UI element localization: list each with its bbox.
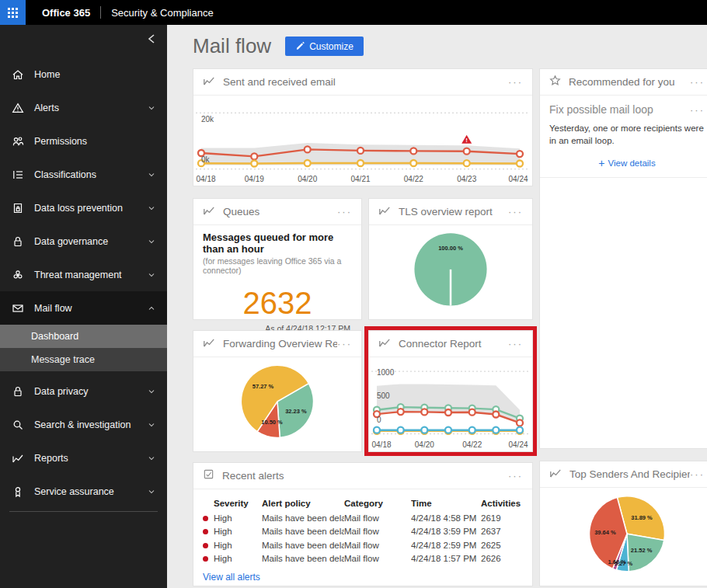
svg-text:04/18: 04/18 xyxy=(371,440,391,449)
queued-messages-count: 2632 xyxy=(193,286,361,321)
alert-row[interactable]: High Mails have been delay... Mail flow … xyxy=(193,511,532,525)
sidebar-item-data-loss-prevention[interactable]: Data loss prevention xyxy=(0,191,167,224)
svg-text:04/18: 04/18 xyxy=(196,175,215,183)
sidebar-item-data-governance[interactable]: Data governance xyxy=(0,224,167,258)
sidebar-item-label: Mail flow xyxy=(34,303,72,314)
sidebar-item-reports[interactable]: Reports xyxy=(0,441,167,475)
more-options-icon[interactable]: ··· xyxy=(508,339,523,349)
sidebar-item-label: Threat management xyxy=(34,270,122,280)
svg-text:1000: 1000 xyxy=(377,368,395,377)
more-options-icon[interactable]: ··· xyxy=(690,77,705,87)
svg-text:04/22: 04/22 xyxy=(404,175,423,183)
sidebar-item-permissions[interactable]: Permissions xyxy=(0,124,167,158)
column-header: Category xyxy=(344,499,411,508)
alert-row[interactable]: High Mails have been delay... Mail flow … xyxy=(193,525,532,539)
sidebar-item-label: Data privacy xyxy=(34,386,88,397)
sidebar-item-service-assurance[interactable]: Service assurance xyxy=(0,475,167,508)
svg-text:04/19: 04/19 xyxy=(245,175,264,183)
chevron-down-icon xyxy=(147,454,156,463)
checkbox-icon xyxy=(203,468,214,483)
more-options-icon[interactable]: ··· xyxy=(690,469,705,479)
search-icon xyxy=(11,419,25,431)
more-options-icon[interactable]: ··· xyxy=(690,105,705,115)
people-icon xyxy=(11,135,25,148)
line-chart-icon xyxy=(378,204,391,220)
line-chart-icon xyxy=(203,75,215,90)
svg-text:21.52 %: 21.52 % xyxy=(631,547,653,554)
app-launcher-icon[interactable] xyxy=(0,0,26,25)
card-queues: Queues ··· Messages queued for more than… xyxy=(193,198,362,320)
star-icon xyxy=(549,75,561,89)
forwarding-pie-chart[interactable]: 32.23 %10.50 %57.27 % xyxy=(193,357,361,451)
sidebar-divider xyxy=(9,511,158,512)
sidebar-item-label: Service assurance xyxy=(34,486,114,497)
card-sent-received-email: Sent and received email ··· 20k0k04/1804… xyxy=(193,68,533,186)
svg-text:32.23 %: 32.23 % xyxy=(285,408,307,415)
chevron-down-icon xyxy=(147,487,156,496)
more-options-icon[interactable]: ··· xyxy=(508,471,523,481)
sidebar-subitem-dashboard[interactable]: Dashboard xyxy=(0,325,167,348)
severity-dot xyxy=(203,543,208,548)
top-senders-pie-chart[interactable]: 31.89 %21.52 %5.27 %1.68 %39.64 % xyxy=(540,488,707,586)
line-chart-icon xyxy=(203,336,215,352)
sidebar-item-search-investigation[interactable]: Search & investigation xyxy=(0,408,167,441)
svg-text:04/23: 04/23 xyxy=(457,175,476,183)
svg-text:57.27 %: 57.27 % xyxy=(252,383,274,390)
sidebar-item-threat-management[interactable]: Threat management xyxy=(0,258,167,291)
connector-report-chart[interactable]: 1000500004/1804/2004/2204/24 xyxy=(369,357,532,451)
sidebar-item-mail-flow[interactable]: Mail flow xyxy=(0,291,167,325)
column-header: Activities xyxy=(481,499,532,508)
card-title: Recommended for you xyxy=(569,76,675,88)
customize-button[interactable]: Customize xyxy=(285,37,364,56)
page-header: Mail flow Customize xyxy=(193,34,364,58)
sidebar-item-label: Permissions xyxy=(34,136,87,147)
card-title: TLS overview report xyxy=(399,206,493,217)
more-options-icon[interactable]: ··· xyxy=(508,77,523,87)
view-details-link[interactable]: + View details xyxy=(540,157,707,169)
line-chart-icon xyxy=(11,452,25,464)
view-all-alerts-link[interactable]: View all alerts xyxy=(203,572,260,583)
chevron-down-icon xyxy=(147,204,156,213)
recommendation-item: Fix possible mail loop ··· Yesterday, on… xyxy=(540,96,707,178)
sidebar-item-classifications[interactable]: Classifications xyxy=(0,158,167,191)
chevron-up-icon xyxy=(147,304,156,313)
customize-label: Customize xyxy=(309,41,354,52)
more-options-icon[interactable]: ··· xyxy=(508,207,523,217)
sidebar-item-label: Classifications xyxy=(34,169,96,180)
sidebar-subitem-label: Message trace xyxy=(31,354,95,365)
card-header: Queues ··· xyxy=(193,199,361,225)
svg-text:04/21: 04/21 xyxy=(350,175,370,183)
sidebar-collapse-button[interactable] xyxy=(144,31,159,47)
sidebar-subitem-message-trace[interactable]: Message trace xyxy=(0,348,167,371)
alert-row[interactable]: High Mails have been delay... Mail flow … xyxy=(193,538,532,552)
sidebar-item-data-privacy[interactable]: Data privacy xyxy=(0,374,167,408)
chevron-down-icon xyxy=(147,420,156,430)
sidebar-item-alerts[interactable]: Alerts xyxy=(0,91,167,124)
sidebar-item-home[interactable]: Home xyxy=(0,57,167,91)
more-options-icon[interactable]: ··· xyxy=(337,207,352,217)
sidebar: Home Alerts Permissions Classifications … xyxy=(0,25,167,588)
brand-office-365[interactable]: Office 365 xyxy=(42,7,90,19)
chevron-down-icon xyxy=(147,103,156,113)
card-forwarding-overview: Forwarding Overview Rep... ··· 32.23 %10… xyxy=(193,330,362,452)
tls-pie-chart[interactable]: 100.00 % xyxy=(369,225,532,319)
lock-icon xyxy=(11,385,25,398)
alert-row[interactable]: High Mails have been delay... Mail flow … xyxy=(193,552,532,566)
top-bar: Office 365 Security & Compliance xyxy=(0,0,707,25)
alerts-table-header: Severity Alert policy Category Time Acti… xyxy=(193,496,532,511)
svg-text:04/20: 04/20 xyxy=(415,440,434,449)
sent-received-chart[interactable]: 20k0k04/1804/1904/2004/2104/2204/2304/24… xyxy=(193,96,532,186)
svg-text:04/22: 04/22 xyxy=(462,440,482,449)
card-recent-alerts: Recent alerts ··· Severity Alert policy … xyxy=(193,462,533,586)
line-chart-icon xyxy=(378,336,391,352)
card-recommended-for-you: Recommended for you ··· Fix possible mai… xyxy=(539,68,707,449)
card-header: TLS overview report ··· xyxy=(369,199,532,225)
chevron-down-icon xyxy=(147,387,156,396)
recommendation-title: Fix possible mail loop xyxy=(549,103,653,116)
recommendation-body: Yesterday, one or more recipients were i… xyxy=(549,123,705,147)
topbar-divider xyxy=(100,6,101,19)
app-title: Security & Compliance xyxy=(111,7,214,19)
svg-text:500: 500 xyxy=(377,391,390,400)
column-header: Alert policy xyxy=(262,499,344,508)
more-options-icon[interactable]: ··· xyxy=(337,339,352,349)
